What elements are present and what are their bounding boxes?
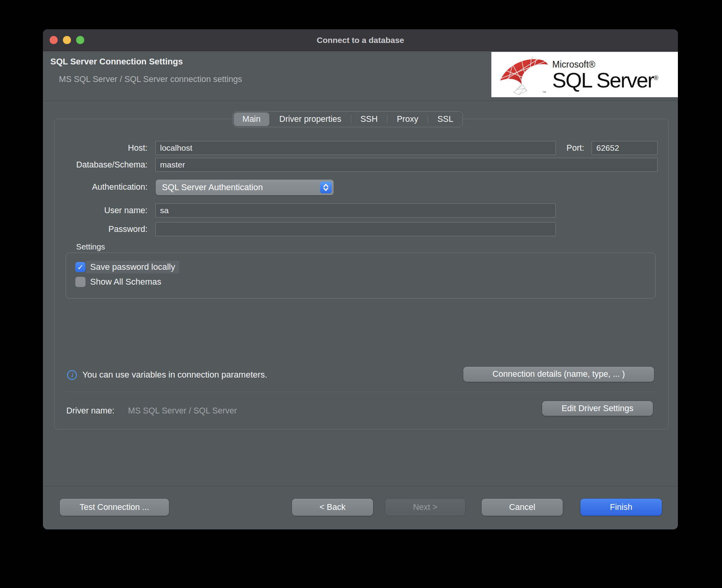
title-bar: Connect to a database	[43, 29, 678, 51]
chevron-up-down-icon	[320, 182, 332, 193]
port-label: Port:	[555, 143, 584, 153]
username-label: User name:	[55, 206, 148, 216]
password-input[interactable]	[155, 222, 556, 236]
dialog-header: SQL Server Connection Settings MS SQL Se…	[43, 51, 678, 101]
settings-group: ✓ Save password locally Show All Schemas	[66, 253, 656, 299]
save-password-label: Save password locally	[86, 261, 179, 273]
show-all-schemas-row: Show All Schemas	[75, 277, 161, 287]
footer-separator	[43, 486, 678, 486]
host-input[interactable]	[155, 141, 556, 155]
tab-ssh[interactable]: SSH	[351, 112, 387, 127]
driver-name-value: MS SQL Server / SQL Server	[128, 406, 237, 416]
tab-ssl[interactable]: SSL	[428, 112, 463, 127]
logo-text: Microsoft® SQL Server®	[552, 60, 658, 91]
host-label: Host:	[55, 143, 148, 153]
cancel-button[interactable]: Cancel	[482, 499, 563, 516]
info-icon: i	[67, 370, 77, 380]
back-button[interactable]: < Back	[292, 499, 373, 516]
tab-strip: Main Driver properties SSH Proxy SSL	[233, 111, 463, 127]
authentication-select[interactable]: SQL Server Authentication	[156, 180, 334, 195]
info-row: i You can use variables in connection pa…	[67, 370, 267, 380]
tab-proxy[interactable]: Proxy	[388, 112, 428, 127]
driver-name-label: Driver name:	[66, 406, 114, 416]
show-all-schemas-label: Show All Schemas	[90, 277, 161, 287]
info-message: You can use variables in connection para…	[82, 370, 267, 380]
logo-microsoft: Microsoft®	[552, 60, 658, 69]
edit-driver-settings-button[interactable]: Edit Driver Settings	[542, 401, 653, 416]
connection-details-button[interactable]: Connection details (name, type, ... )	[463, 367, 654, 382]
authentication-label: Authentication:	[55, 182, 148, 192]
show-all-schemas-checkbox[interactable]	[75, 277, 85, 287]
tab-main[interactable]: Main	[234, 112, 269, 126]
connect-database-dialog: Connect to a database SQL Server Connect…	[43, 29, 678, 529]
save-password-row: ✓ Save password locally	[75, 261, 179, 273]
logo-tm: ™	[542, 90, 546, 95]
database-label: Database/Schema:	[55, 160, 148, 170]
username-input[interactable]	[155, 203, 556, 217]
password-label: Password:	[55, 225, 148, 234]
save-password-checkbox[interactable]: ✓	[75, 262, 85, 272]
page-title: SQL Server Connection Settings	[50, 57, 183, 67]
test-connection-button[interactable]: Test Connection ...	[60, 499, 169, 516]
database-input[interactable]	[155, 158, 658, 172]
check-icon: ✓	[77, 264, 84, 271]
window-title: Connect to a database	[43, 29, 678, 51]
driver-separator	[66, 392, 658, 392]
page-subtitle: MS SQL Server / SQL Server connection se…	[59, 75, 242, 84]
next-button: Next >	[385, 499, 465, 516]
sql-server-logo: Microsoft® SQL Server® ™	[491, 52, 678, 97]
tab-driver-properties[interactable]: Driver properties	[270, 112, 351, 127]
logo-product: SQL Server®	[552, 69, 658, 91]
finish-button[interactable]: Finish	[580, 499, 662, 516]
settings-group-label: Settings	[76, 242, 105, 251]
port-input[interactable]	[592, 141, 658, 155]
authentication-selected-value: SQL Server Authentication	[162, 180, 263, 195]
